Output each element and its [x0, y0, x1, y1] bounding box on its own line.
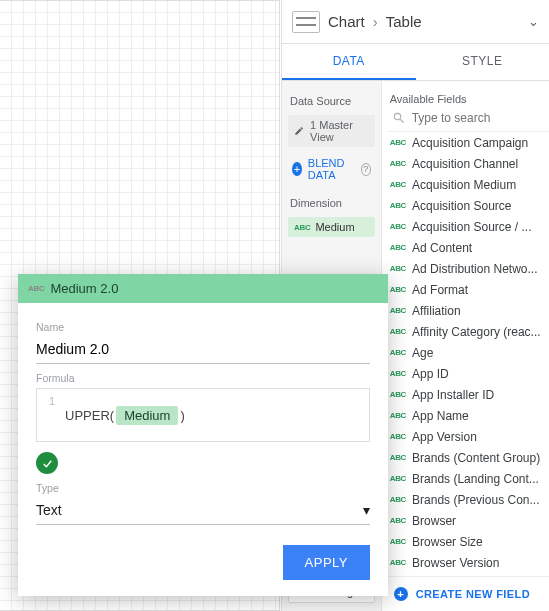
- field-item[interactable]: ABCApp Name: [388, 405, 549, 426]
- abc-icon: ABC: [294, 223, 310, 232]
- field-name: Ad Distribution Netwo...: [412, 262, 537, 276]
- field-name: App Installer ID: [412, 388, 494, 402]
- table-chart-icon[interactable]: [292, 11, 320, 33]
- pencil-icon: [294, 125, 304, 137]
- calculated-field-editor: ABC Medium 2.0 Name Formula 1 UPPER( Med…: [18, 274, 388, 596]
- breadcrumb[interactable]: Chart › Table: [328, 13, 520, 30]
- field-item[interactable]: ABCApp Installer ID: [388, 384, 549, 405]
- field-name: Affiliation: [412, 304, 460, 318]
- field-item[interactable]: ABCAcquisition Channel: [388, 153, 549, 174]
- abc-icon: ABC: [390, 306, 406, 315]
- field-name: Brands (Landing Cont...: [412, 472, 539, 486]
- create-field-label: CREATE NEW FIELD: [416, 588, 530, 600]
- field-item[interactable]: ABCAd Distribution Netwo...: [388, 258, 549, 279]
- formula-field-token: Medium: [116, 406, 178, 425]
- field-name: App Name: [412, 409, 469, 423]
- search-input[interactable]: [412, 111, 549, 125]
- abc-icon: ABC: [390, 495, 406, 504]
- abc-icon: ABC: [390, 474, 406, 483]
- abc-icon: ABC: [390, 348, 406, 357]
- field-item[interactable]: ABCBrowser Version: [388, 552, 549, 573]
- field-item[interactable]: ABCApp ID: [388, 363, 549, 384]
- field-name: Acquisition Medium: [412, 178, 516, 192]
- type-label: Type: [36, 482, 370, 494]
- abc-icon: ABC: [390, 390, 406, 399]
- field-name: Brands (Previous Con...: [412, 493, 539, 507]
- abc-icon: ABC: [390, 516, 406, 525]
- abc-icon: ABC: [390, 180, 406, 189]
- field-name-input[interactable]: [36, 337, 370, 364]
- field-item[interactable]: ABCBrowser: [388, 510, 549, 531]
- line-number: 1: [45, 395, 55, 435]
- field-item[interactable]: ABCAffiliation: [388, 300, 549, 321]
- chart-header: Chart › Table ⌄: [282, 0, 549, 44]
- field-name: App ID: [412, 367, 449, 381]
- search-icon: [392, 111, 406, 125]
- field-item[interactable]: ABCBrands (Landing Cont...: [388, 468, 549, 489]
- data-source-label: Data Source: [290, 95, 373, 107]
- abc-icon: ABC: [390, 558, 406, 567]
- type-select[interactable]: Text ▾: [36, 498, 370, 525]
- field-name: Brands (Content Group): [412, 451, 540, 465]
- blend-label: BLEND DATA: [308, 157, 355, 181]
- dimension-chip[interactable]: ABC Medium: [288, 217, 375, 237]
- formula-func-close: ): [180, 408, 184, 423]
- field-name: Acquisition Channel: [412, 157, 518, 171]
- field-item[interactable]: ABCAd Content: [388, 237, 549, 258]
- field-name: Browser Version: [412, 556, 499, 570]
- field-name: Affinity Category (reac...: [412, 325, 541, 339]
- abc-icon: ABC: [390, 411, 406, 420]
- tab-style[interactable]: STYLE: [416, 44, 550, 80]
- chevron-down-icon[interactable]: ⌄: [528, 14, 539, 29]
- field-name: Browser Size: [412, 535, 483, 549]
- field-item[interactable]: ABCAcquisition Source / ...: [388, 216, 549, 237]
- dropdown-icon: ▾: [363, 502, 370, 518]
- editor-header: ABC Medium 2.0: [18, 274, 388, 303]
- field-name: Browser: [412, 514, 456, 528]
- help-icon[interactable]: ?: [361, 163, 371, 176]
- data-source-row[interactable]: 1 Master View: [288, 115, 375, 147]
- field-item[interactable]: ABCBrands (Content Group): [388, 447, 549, 468]
- field-item[interactable]: ABCAcquisition Campaign: [388, 132, 549, 153]
- abc-icon: ABC: [390, 327, 406, 336]
- field-name: Acquisition Source / ...: [412, 220, 531, 234]
- field-name: Age: [412, 346, 433, 360]
- formula-editor[interactable]: 1 UPPER( Medium ): [36, 388, 370, 442]
- fields-column: Available Fields ABCAcquisition Campaign…: [382, 81, 549, 611]
- field-item[interactable]: ABCBrands (Previous Con...: [388, 489, 549, 510]
- field-item[interactable]: ABCAge: [388, 342, 549, 363]
- abc-icon: ABC: [390, 432, 406, 441]
- field-item[interactable]: ABCAffinity Category (reac...: [388, 321, 549, 342]
- apply-button[interactable]: APPLY: [283, 545, 370, 580]
- blend-data-button[interactable]: + BLEND DATA ?: [288, 153, 375, 185]
- abc-icon: ABC: [390, 537, 406, 546]
- field-item[interactable]: ABCApp Version: [388, 426, 549, 447]
- field-item[interactable]: ABCBrowser Size: [388, 531, 549, 552]
- abc-icon: ABC: [390, 138, 406, 147]
- abc-icon: ABC: [390, 243, 406, 252]
- available-fields-label: Available Fields: [390, 93, 549, 105]
- field-search[interactable]: [388, 109, 549, 132]
- tab-data[interactable]: DATA: [282, 44, 416, 80]
- field-name: Ad Format: [412, 283, 468, 297]
- abc-icon: ABC: [390, 159, 406, 168]
- abc-icon: ABC: [390, 369, 406, 378]
- field-item[interactable]: ABCAcquisition Source: [388, 195, 549, 216]
- breadcrumb-leaf: Table: [386, 13, 422, 30]
- field-name: App Version: [412, 430, 477, 444]
- field-item[interactable]: ABCAcquisition Medium: [388, 174, 549, 195]
- dimension-name: Medium: [315, 221, 354, 233]
- formula-label: Formula: [36, 372, 370, 384]
- panel-tabs: DATA STYLE: [282, 44, 549, 81]
- data-source-name: 1 Master View: [310, 119, 369, 143]
- plus-icon: +: [292, 162, 302, 176]
- field-name: Acquisition Source: [412, 199, 511, 213]
- field-name: Acquisition Campaign: [412, 136, 528, 150]
- dimension-label: Dimension: [290, 197, 373, 209]
- breadcrumb-root: Chart: [328, 13, 365, 30]
- abc-icon: ABC: [390, 222, 406, 231]
- create-new-field-button[interactable]: + CREATE NEW FIELD: [388, 576, 549, 611]
- field-list: ABCAcquisition CampaignABCAcquisition Ch…: [388, 132, 549, 576]
- breadcrumb-separator: ›: [373, 13, 378, 30]
- field-item[interactable]: ABCAd Format: [388, 279, 549, 300]
